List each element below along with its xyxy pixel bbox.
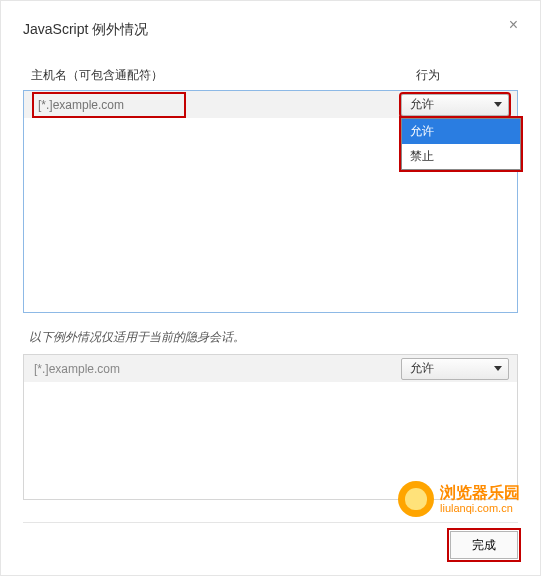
behavior-dropdown: 允许 禁止 — [401, 118, 521, 170]
dialog-title: JavaScript 例外情况 — [23, 21, 148, 39]
watermark-cn: 浏览器乐园 — [440, 484, 520, 502]
dialog-footer: 完成 — [23, 522, 518, 559]
incognito-exceptions-table: [*.]example.com 允许 — [23, 354, 518, 500]
watermark-en: liulanqi.com.cn — [440, 502, 520, 514]
table-row: 允许 允许 禁止 — [24, 91, 517, 119]
column-behavior: 行为 — [416, 67, 440, 84]
hostname-input[interactable] — [34, 94, 184, 116]
column-hostname: 主机名（可包含通配符） — [31, 67, 416, 84]
behavior-value: 允许 — [410, 360, 434, 377]
chevron-down-icon — [494, 102, 502, 107]
dropdown-option-block[interactable]: 禁止 — [402, 144, 520, 169]
host-cell: [*.]example.com — [24, 362, 401, 376]
behavior-value: 允许 — [410, 96, 434, 113]
table-row: [*.]example.com 允许 — [24, 355, 517, 383]
duck-icon — [398, 481, 434, 517]
watermark: 浏览器乐园 liulanqi.com.cn — [398, 481, 520, 517]
close-icon[interactable]: × — [509, 17, 518, 33]
incognito-behavior-select[interactable]: 允许 — [401, 358, 509, 380]
done-button[interactable]: 完成 — [450, 531, 518, 559]
chevron-down-icon — [494, 366, 502, 371]
behavior-select[interactable]: 允许 — [401, 94, 509, 116]
exceptions-table: 允许 允许 禁止 — [23, 90, 518, 313]
hostname-placeholder[interactable]: [*.]example.com — [34, 362, 120, 376]
dropdown-option-allow[interactable]: 允许 — [402, 119, 520, 144]
host-cell — [24, 94, 401, 116]
incognito-note: 以下例外情况仅适用于当前的隐身会话。 — [29, 329, 518, 346]
